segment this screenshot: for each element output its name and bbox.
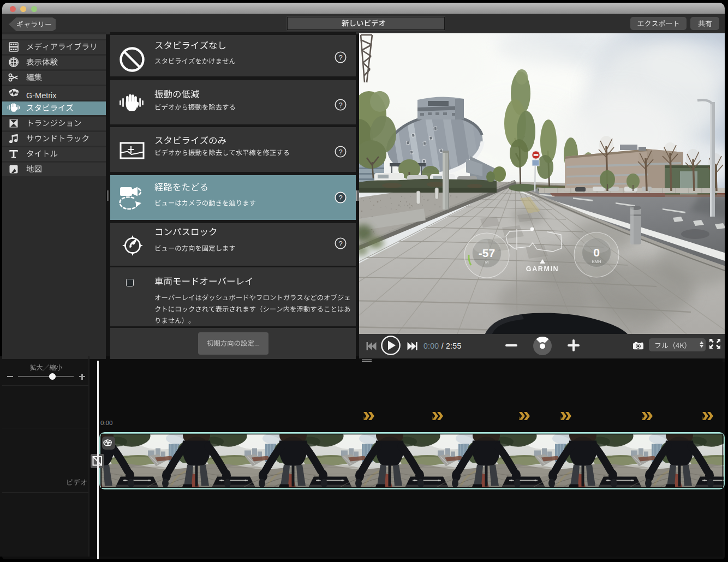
svg-text:KMH: KMH — [592, 259, 601, 264]
svg-text:?: ? — [339, 240, 343, 248]
svg-text:-57: -57 — [479, 247, 495, 259]
svg-text:?: ? — [339, 100, 343, 109]
svg-text:GARMIN: GARMIN — [526, 265, 559, 273]
svg-text:M: M — [485, 260, 488, 265]
svg-text:?: ? — [339, 194, 343, 202]
svg-text:0: 0 — [593, 246, 600, 259]
svg-text:?: ? — [339, 53, 343, 61]
svg-text:?: ? — [339, 147, 343, 156]
